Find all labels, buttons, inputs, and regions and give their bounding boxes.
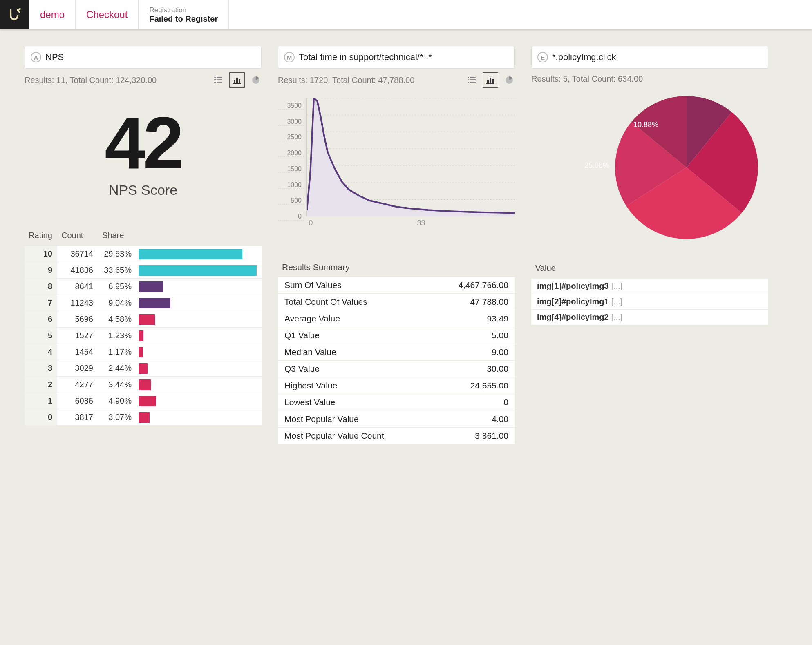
list-view-icon[interactable] — [466, 74, 477, 86]
summary-value: 93.49 — [487, 314, 508, 324]
query-input-nps[interactable]: A NPS — [25, 46, 262, 69]
summary-key: Highest Value — [284, 381, 337, 391]
summary-key: Most Popular Value — [284, 414, 359, 424]
table-header: Rating Count Share — [25, 227, 262, 246]
svg-rect-8 — [239, 79, 240, 83]
bar-chart-icon[interactable] — [231, 74, 243, 86]
cell-rating: 4 — [25, 344, 57, 360]
summary-key: Sum Of Values — [284, 280, 342, 290]
summary-key: Q1 Value — [284, 330, 320, 340]
cell-share: 1.23% — [98, 331, 139, 340]
table-row[interactable]: 886416.95% — [25, 279, 262, 295]
svg-rect-2 — [214, 79, 216, 80]
col-share: Share — [102, 231, 143, 240]
cell-share: 3.07% — [98, 413, 139, 422]
view-switcher — [213, 74, 262, 86]
cell-count: 3817 — [57, 413, 98, 422]
cell-bar — [139, 279, 262, 295]
query-input-time[interactable]: M Total time in support/technical/*=* — [278, 46, 515, 69]
list-item[interactable]: img[4]#policyImg2[...] — [531, 310, 768, 325]
table-row[interactable]: 038173.07% — [25, 409, 262, 426]
summary-value: 47,788.00 — [470, 297, 508, 307]
table-row[interactable]: 656964.58% — [25, 311, 262, 328]
crumb-demo[interactable]: demo — [29, 0, 76, 29]
nps-score: 42 NPS Score — [25, 106, 262, 198]
results-count: Results: 5, Total Count: 634.00 — [531, 74, 643, 84]
svg-rect-0 — [214, 77, 216, 78]
y-axis-ticks: 3500300025002000150010005000 — [278, 98, 304, 216]
cell-share: 29.53% — [98, 249, 139, 259]
table-row[interactable]: 94183633.65% — [25, 262, 262, 279]
cell-bar — [139, 246, 262, 262]
app-logo[interactable] — [0, 0, 29, 29]
table-row[interactable]: 330292.44% — [25, 360, 262, 377]
panel-policy: E *.policyImg.click Results: 5, Total Co… — [531, 46, 768, 325]
summary-row: Highest Value24,655.00 — [278, 377, 515, 394]
crumb-registration[interactable]: Registration Failed to Register — [139, 0, 229, 29]
summary-row: Most Popular Value4.00 — [278, 411, 515, 428]
cell-share: 3.44% — [98, 380, 139, 389]
crumb-sub: Registration — [149, 6, 218, 14]
summary-value: 4.00 — [492, 414, 508, 424]
svg-rect-7 — [236, 78, 238, 83]
cell-bar — [139, 328, 262, 344]
cell-bar — [139, 360, 262, 376]
rating-table: Rating Count Share 103671429.53%94183633… — [25, 227, 262, 426]
score-label: NPS Score — [25, 182, 262, 198]
cell-count: 3029 — [57, 364, 98, 373]
table-row[interactable]: 414541.17% — [25, 344, 262, 360]
cell-bar — [139, 295, 262, 311]
query-input-policy[interactable]: E *.policyImg.click — [531, 46, 768, 69]
crumb-checkout[interactable]: Checkout — [76, 0, 139, 29]
value-header: Value — [531, 259, 768, 279]
y-tick: 0 — [278, 212, 304, 220]
pie-chart-icon[interactable] — [503, 74, 515, 86]
svg-rect-5 — [217, 82, 222, 83]
summary-row: Lowest Value0 — [278, 394, 515, 411]
bar-chart-icon[interactable] — [485, 74, 496, 86]
x-tick: 33 — [417, 219, 425, 228]
svg-rect-15 — [468, 82, 469, 83]
panel-nps: A NPS Results: 11, Total Count: 124,320.… — [25, 46, 262, 426]
meta-row: Results: 5, Total Count: 634.00 — [531, 74, 768, 84]
cell-count: 1527 — [57, 331, 98, 340]
cell-count: 6086 — [57, 396, 98, 406]
cell-rating: 9 — [25, 262, 57, 278]
table-row[interactable]: 242773.44% — [25, 377, 262, 393]
cell-count: 5696 — [57, 315, 98, 324]
summary-value: 0 — [503, 397, 508, 407]
list-item[interactable]: img[1]#policyImg3[...] — [531, 279, 768, 294]
pie-chart-icon[interactable] — [250, 74, 262, 86]
query-text: *.policyImg.click — [552, 52, 616, 62]
score-number: 42 — [25, 106, 262, 180]
breadcrumb: demo Checkout Registration Failed to Reg… — [0, 0, 812, 29]
cell-rating: 5 — [25, 328, 57, 344]
crumb-main: Failed to Register — [149, 14, 218, 24]
y-tick: 3500 — [278, 102, 304, 110]
panel-time: M Total time in support/technical/*=* Re… — [278, 46, 515, 444]
svg-rect-11 — [468, 77, 469, 78]
table-row[interactable]: 160864.90% — [25, 393, 262, 409]
cell-rating: 2 — [25, 377, 57, 393]
cell-share: 9.04% — [98, 298, 139, 308]
pie-slice-label: 25.08% — [584, 161, 609, 170]
summary-row: Average Value93.49 — [278, 310, 515, 327]
list-item[interactable]: img[2]#policyImg1[...] — [531, 294, 768, 310]
summary-row: Most Popular Value Count3,861.00 — [278, 428, 515, 444]
crumb-label: Checkout — [86, 9, 128, 20]
y-tick: 2500 — [278, 134, 304, 141]
svg-rect-14 — [470, 79, 476, 80]
table-row[interactable]: 515271.23% — [25, 328, 262, 344]
table-row[interactable]: 7112439.04% — [25, 295, 262, 311]
value-suffix: [...] — [611, 281, 623, 291]
pie-chart: 10.88%25.08% — [531, 96, 768, 239]
meta-row: Results: 1720, Total Count: 47,788.00 — [278, 74, 515, 86]
value-suffix: [...] — [611, 297, 623, 306]
x-tick: 0 — [309, 219, 313, 228]
svg-rect-18 — [490, 78, 491, 83]
cell-count: 1454 — [57, 347, 98, 357]
cell-bar — [139, 377, 262, 393]
svg-rect-16 — [470, 82, 476, 83]
table-row[interactable]: 103671429.53% — [25, 246, 262, 262]
list-view-icon[interactable] — [213, 74, 224, 86]
